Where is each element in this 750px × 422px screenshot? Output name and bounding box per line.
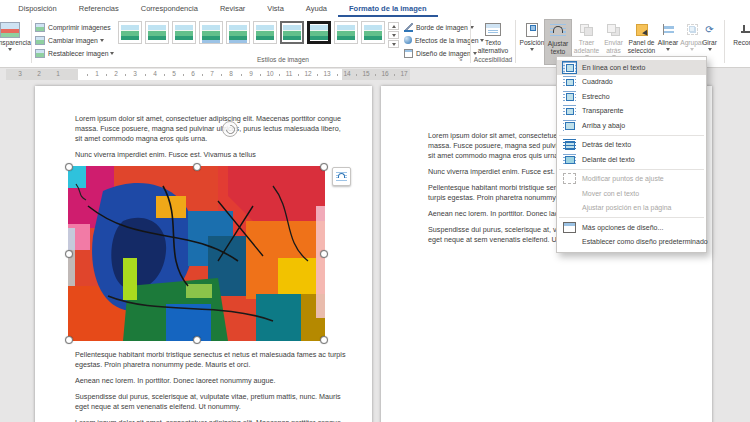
menu-item-top-and-bottom[interactable]: Arriba y abajo xyxy=(557,118,706,133)
transparency-button[interactable]: Transparencia xyxy=(0,19,35,65)
picture-style-thumbnail[interactable] xyxy=(118,21,142,44)
send-backward-icon xyxy=(607,24,620,36)
resize-handle-bottom-left[interactable] xyxy=(65,336,73,344)
group-separator xyxy=(515,20,516,63)
resize-handle-top-right[interactable] xyxy=(320,163,328,171)
page-text: Lorem ipsum dolor sit amet, consectetuer… xyxy=(75,114,347,422)
landscape-icon xyxy=(229,25,247,40)
gallery-more-button[interactable] xyxy=(388,40,399,48)
layout-options-icon xyxy=(336,172,347,181)
top-and-bottom-wrap-icon xyxy=(563,120,576,131)
picture-style-thumbnail[interactable] xyxy=(361,21,385,44)
menu-item-in-line-with-text[interactable]: En línea con el texto xyxy=(557,60,706,75)
paragraph: Nunc viverra imperdiet enim. Fusce est. … xyxy=(75,150,347,160)
menu-item-through[interactable]: Transparente xyxy=(557,104,706,119)
ruler-number: 3 xyxy=(133,70,137,78)
picture-border-icon xyxy=(404,23,413,32)
menu-item-more-layout-options[interactable]: Más opciones de diseño... xyxy=(557,220,706,235)
bring-forward-label: Traer adelante xyxy=(574,39,599,54)
ruler-number: 4 xyxy=(153,70,157,78)
crop-label: Recortar xyxy=(733,39,750,46)
menu-item-in-front-of-text[interactable]: Delante del texto xyxy=(557,152,706,167)
menu-item-label: Estrecho xyxy=(582,93,610,100)
document-page-left[interactable]: Lorem ipsum dolor sit amet, consectetuer… xyxy=(35,86,372,422)
alt-text-icon xyxy=(485,23,501,36)
picture-style-thumbnail[interactable] xyxy=(172,21,196,44)
paste-options-button[interactable] xyxy=(222,121,238,137)
tab-correspondencia[interactable]: Correspondencia xyxy=(130,0,209,17)
ruler-number: 17 xyxy=(400,70,407,78)
picture-style-thumbnail[interactable] xyxy=(334,21,358,44)
tab-vista[interactable]: Vista xyxy=(256,0,295,17)
selected-picture[interactable] xyxy=(68,166,325,341)
resize-handle-top-center[interactable] xyxy=(193,163,201,171)
gallery-scroll-up-button[interactable] xyxy=(388,22,399,30)
resize-handle-middle-left[interactable] xyxy=(65,250,73,258)
square-wrap-icon xyxy=(563,76,576,87)
transparency-label: Transparencia xyxy=(0,39,31,46)
abstract-painting-image xyxy=(68,166,325,341)
ruler-number: 2 xyxy=(114,70,118,78)
tab-ayuda[interactable]: Ayuda xyxy=(295,0,338,17)
styles-group-label: Estilos de imagen xyxy=(118,56,448,63)
tab-referencias[interactable]: Referencias xyxy=(68,0,130,17)
menu-item-label: Detrás del texto xyxy=(582,141,631,148)
behind-text-icon xyxy=(563,139,576,150)
layout-options-button[interactable] xyxy=(332,167,351,186)
picture-style-thumbnail[interactable] xyxy=(226,21,250,44)
gallery-scroll-down-button[interactable] xyxy=(388,31,399,39)
in-front-of-text-icon xyxy=(563,154,576,165)
more-layout-options-icon xyxy=(563,222,576,233)
crop-icon xyxy=(741,25,750,35)
menu-item-tight[interactable]: Estrecho xyxy=(557,89,706,104)
ruler-number: 1 xyxy=(95,70,99,78)
change-picture-label: Cambiar imagen xyxy=(48,37,104,44)
menu-item-set-as-default-layout[interactable]: Establecer como diseño predeterminado xyxy=(557,235,706,250)
through-wrap-icon xyxy=(563,105,576,116)
ruler-number: 5 xyxy=(172,70,176,78)
menu-item-move-with-text: Mover con el texto xyxy=(557,186,706,201)
tab-disposicion[interactable]: Disposición xyxy=(7,0,67,17)
crop-button[interactable]: Recortar xyxy=(728,19,750,65)
picture-style-thumbnail[interactable] xyxy=(199,21,223,44)
menu-item-behind-text[interactable]: Detrás del texto xyxy=(557,138,706,153)
dialog-launcher-icon[interactable]: ↘ xyxy=(456,55,464,63)
position-button[interactable]: Posición xyxy=(518,19,546,65)
resize-handle-middle-right[interactable] xyxy=(320,250,328,258)
ribbon-tab-bar: Diseño Disposición Referencias Correspon… xyxy=(0,0,750,17)
paste-options-icon xyxy=(224,123,237,136)
align-label: Alinear xyxy=(658,39,679,46)
resize-handle-bottom-right[interactable] xyxy=(320,336,328,344)
tab-diseno[interactable]: Diseño xyxy=(0,0,7,17)
ruler-number: 7 xyxy=(210,70,214,78)
ruler-number: 15 xyxy=(362,70,369,78)
landscape-icon xyxy=(202,25,220,40)
compress-pictures-button[interactable]: Comprimir imágenes xyxy=(35,21,111,33)
change-picture-button[interactable]: Cambiar imagen xyxy=(35,34,104,46)
menu-item-square[interactable]: Cuadrado xyxy=(557,75,706,90)
tab-formato-de-la-imagen[interactable]: Formato de la imagen xyxy=(338,0,438,17)
picture-border-button[interactable]: Borde de imagen xyxy=(404,21,474,33)
resize-handle-top-left[interactable] xyxy=(65,163,73,171)
position-label: Posición xyxy=(520,39,545,46)
position-icon xyxy=(526,23,538,37)
picture-style-thumbnail[interactable] xyxy=(253,21,277,44)
menu-item-label: Ajustar posición en la página xyxy=(582,204,672,211)
resize-handle-bottom-center[interactable] xyxy=(193,336,201,344)
picture-style-thumbnail[interactable] xyxy=(145,21,169,44)
ruler-number: 10 xyxy=(266,70,273,78)
menu-item-label: Más opciones de diseño... xyxy=(582,224,663,231)
reset-picture-button[interactable]: Restablecer imagen xyxy=(35,47,114,59)
picture-style-thumbnail[interactable] xyxy=(280,21,304,44)
landscape-icon xyxy=(337,25,355,40)
send-backward-label: Enviar atrás xyxy=(604,39,623,54)
picture-style-thumbnail[interactable] xyxy=(307,21,331,44)
menu-item-fix-position-on-page: Ajustar posición en la página xyxy=(557,201,706,216)
group-objects-icon xyxy=(687,24,698,35)
ruler-number: 2 xyxy=(37,70,41,78)
menu-icon-placeholder xyxy=(563,202,576,213)
reset-picture-label: Restablecer imagen xyxy=(48,50,114,57)
tab-revisar[interactable]: Revisar xyxy=(209,0,256,17)
menu-separator xyxy=(559,169,704,170)
align-icon xyxy=(663,24,674,35)
